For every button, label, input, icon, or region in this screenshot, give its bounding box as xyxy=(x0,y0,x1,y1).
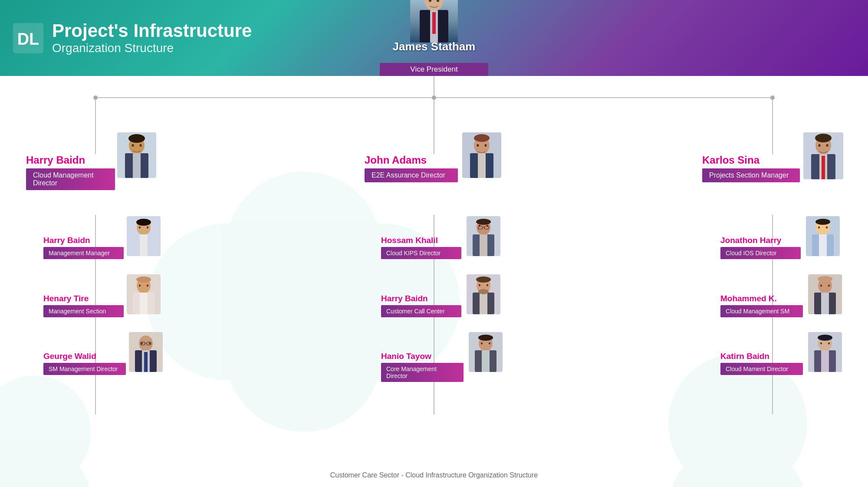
svg-point-91 xyxy=(479,225,480,227)
svg-rect-63 xyxy=(140,293,148,314)
left-director-avatar xyxy=(117,132,156,178)
right-director-role: Projects Section Manager xyxy=(702,168,800,182)
right-report2-avatar xyxy=(808,274,842,314)
svg-point-9 xyxy=(226,171,382,328)
vp-avatar-container: James Statham xyxy=(406,0,462,62)
center-report2-name: Harry Baidn xyxy=(381,294,461,303)
svg-point-66 xyxy=(147,285,148,287)
svg-point-11 xyxy=(148,224,304,380)
svg-rect-6 xyxy=(432,12,436,34)
left-report3-avatar xyxy=(129,332,163,372)
svg-point-98 xyxy=(478,289,489,294)
svg-point-45 xyxy=(770,95,775,100)
right-report1-card: Jonathon Harry Cloud IOS Director xyxy=(720,236,838,259)
left-director-name: Harry Baidn xyxy=(26,154,115,166)
vp-title-badge: Vice President xyxy=(380,63,488,76)
center-director-name: John Adams xyxy=(365,154,458,166)
svg-point-72 xyxy=(141,342,143,345)
svg-rect-120 xyxy=(819,234,827,256)
svg-rect-87 xyxy=(480,234,487,256)
svg-point-128 xyxy=(818,276,832,282)
center-report2-card: Harry Baidn Customer Call Center xyxy=(381,294,498,317)
center-director-role: E2E Assurance Director xyxy=(365,168,458,182)
svg-rect-97 xyxy=(480,293,487,314)
company-logo: DL xyxy=(13,23,43,53)
center-report3-name: Hanio Tayow xyxy=(381,352,464,361)
org-chart-main: Harry Baidn Cloud Management Director xyxy=(0,76,868,487)
svg-point-92 xyxy=(487,225,488,227)
right-report1-avatar xyxy=(806,216,840,256)
svg-point-16 xyxy=(0,445,91,487)
right-report1-role: Cloud IOS Director xyxy=(720,247,801,259)
left-director-card: Harry Baidn Cloud Management Director xyxy=(26,154,154,190)
svg-point-64 xyxy=(136,276,151,283)
center-director-card: John Adams E2E Assurance Director xyxy=(365,154,499,182)
svg-point-73 xyxy=(149,342,151,345)
center-report1-role: Cloud KIPS Director xyxy=(381,247,461,259)
svg-point-44 xyxy=(432,95,436,100)
right-report2-name: Mohammed K. xyxy=(720,294,803,303)
svg-rect-71 xyxy=(144,352,148,372)
center-report1-card: Hossam Khalil Cloud KIPS Director xyxy=(381,236,498,259)
svg-point-82 xyxy=(485,144,487,147)
right-director-name: Karlos Sina xyxy=(702,154,800,166)
left-report1-name: Harry Baidn xyxy=(43,236,124,245)
svg-point-122 xyxy=(826,227,828,229)
right-report2-role: Cloud Management SM xyxy=(720,305,803,317)
center-report1-name: Hossam Khalil xyxy=(381,236,461,245)
svg-rect-105 xyxy=(482,350,490,372)
left-report1-card: Harry Baidn Management Manager xyxy=(43,236,158,259)
right-report2-card: Mohammed K. Cloud Management SM xyxy=(720,294,840,317)
svg-point-14 xyxy=(668,441,807,487)
right-director-avatar xyxy=(803,132,843,179)
svg-point-137 xyxy=(818,335,832,341)
left-report3-role: SM Management Director xyxy=(43,363,126,375)
center-director-avatar xyxy=(462,132,501,178)
svg-point-51 xyxy=(140,144,142,147)
center-report3-avatar xyxy=(469,332,503,372)
left-report2-name: Henary Tire xyxy=(43,294,124,303)
svg-point-129 xyxy=(820,285,822,287)
svg-point-99 xyxy=(479,284,480,286)
svg-point-136 xyxy=(828,342,830,345)
svg-point-107 xyxy=(489,342,490,345)
svg-point-130 xyxy=(828,285,830,287)
svg-point-81 xyxy=(477,144,479,147)
svg-point-115 xyxy=(826,144,829,147)
svg-point-93 xyxy=(476,219,491,225)
right-director-card: Karlos Sina Projects Section Manager xyxy=(702,154,841,182)
svg-point-43 xyxy=(93,95,98,100)
right-report3-card: Katirn Baidn Cloud Mament Director xyxy=(720,352,840,375)
svg-rect-113 xyxy=(822,156,825,179)
svg-point-10 xyxy=(226,276,382,432)
svg-point-57 xyxy=(139,227,141,229)
left-report1-role: Management Manager xyxy=(43,247,124,259)
svg-point-116 xyxy=(815,134,832,142)
center-report1-avatar xyxy=(467,216,500,256)
svg-rect-49 xyxy=(133,153,141,178)
svg-point-59 xyxy=(136,219,151,226)
svg-point-114 xyxy=(819,144,821,147)
svg-point-2 xyxy=(424,0,444,11)
left-report3-name: Geurge Walid xyxy=(43,352,126,361)
vp-name: James Statham xyxy=(393,40,476,53)
svg-point-135 xyxy=(820,342,822,345)
right-report3-role: Cloud Mament Director xyxy=(720,363,803,375)
svg-rect-56 xyxy=(140,234,148,256)
center-report3-role: Core Management Director xyxy=(381,363,464,382)
right-report1-name: Jonathon Harry xyxy=(720,236,801,245)
svg-point-83 xyxy=(474,134,490,142)
svg-point-100 xyxy=(487,284,488,286)
svg-point-15 xyxy=(0,375,91,487)
svg-point-101 xyxy=(476,276,491,283)
left-report2-avatar xyxy=(127,274,161,314)
svg-point-108 xyxy=(478,335,493,341)
svg-text:DL: DL xyxy=(17,30,39,48)
center-report3-card: Hanio Tayow Core Management Director xyxy=(381,352,500,382)
left-report2-role: Management Section xyxy=(43,305,124,317)
header: DL Project's Infrastructure Organization… xyxy=(0,0,868,76)
svg-point-52 xyxy=(128,134,145,143)
left-report2-card: Henary Tire Management Section xyxy=(43,294,158,317)
left-report1-avatar xyxy=(127,216,161,256)
center-report2-avatar xyxy=(467,274,500,314)
